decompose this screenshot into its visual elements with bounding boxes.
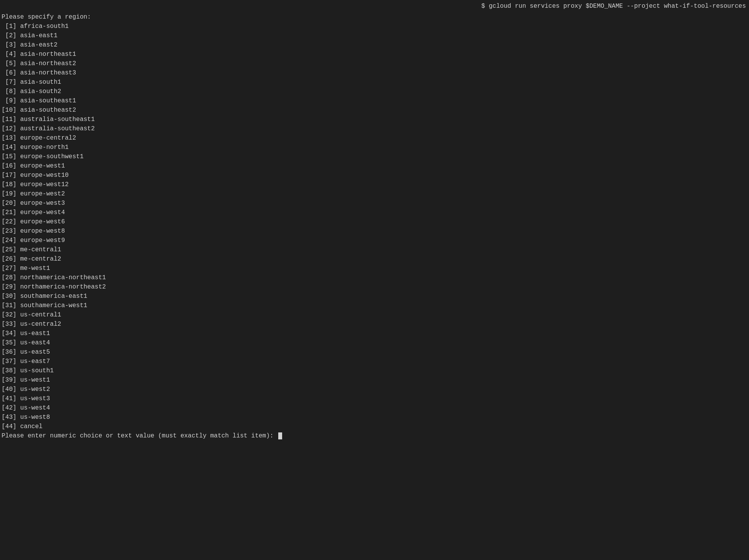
region-item: [13] europe-central2 [2,133,747,143]
region-item: [35] us-east4 [2,338,747,347]
region-item: [4] asia-northeast1 [2,50,747,59]
region-item: [44] cancel [2,422,747,431]
region-item: [41] us-west3 [2,394,747,403]
region-item: [1] africa-south1 [2,22,747,31]
region-item: [29] northamerica-northeast2 [2,282,747,292]
region-item: [3] asia-east2 [2,40,747,50]
region-item: [28] northamerica-northeast1 [2,273,747,282]
region-item: [9] asia-southeast1 [2,96,747,105]
region-item: [15] europe-southwest1 [2,152,747,161]
region-item: [11] australia-southeast1 [2,115,747,124]
region-item: [31] southamerica-west1 [2,301,747,310]
region-item: [25] me-central1 [2,245,747,254]
region-item: [24] europe-west9 [2,236,747,245]
input-line[interactable]: Please enter numeric choice or text valu… [0,431,749,441]
command-line: $ gcloud run services proxy $DEMO_NAME -… [0,0,749,12]
region-item: [6] asia-northeast3 [2,68,747,78]
region-item: [10] asia-southeast2 [2,105,747,115]
region-item: [23] europe-west8 [2,226,747,236]
region-item: [16] europe-west1 [2,161,747,171]
region-item: [20] europe-west3 [2,199,747,208]
region-item: [27] me-west1 [2,264,747,273]
region-item: [26] me-central2 [2,254,747,264]
region-item: [22] europe-west6 [2,217,747,226]
region-list: [1] africa-south1 [2] asia-east1 [3] asi… [0,22,749,431]
region-prompt: Please specify a region: [0,12,749,22]
region-item: [37] us-east7 [2,357,747,366]
region-item: [36] us-east5 [2,347,747,357]
region-item: [39] us-west1 [2,375,747,385]
region-item: [2] asia-east1 [2,31,747,40]
region-item: [33] us-central2 [2,320,747,329]
region-item: [5] asia-northeast2 [2,59,747,68]
region-item: [40] us-west2 [2,385,747,394]
region-item: [18] europe-west12 [2,180,747,189]
region-item: [38] us-south1 [2,366,747,375]
terminal: $ gcloud run services proxy $DEMO_NAME -… [0,0,749,560]
region-item: [32] us-central1 [2,310,747,320]
cursor [278,432,282,439]
region-item: [34] us-east1 [2,329,747,338]
region-item: [17] europe-west10 [2,171,747,180]
region-item: [30] southamerica-east1 [2,292,747,301]
region-item: [8] asia-south2 [2,87,747,96]
region-item: [42] us-west4 [2,403,747,413]
region-item: [12] australia-southeast2 [2,124,747,133]
input-prompt-text: Please enter numeric choice or text valu… [2,431,277,441]
region-item: [14] europe-north1 [2,143,747,152]
region-item: [21] europe-west4 [2,208,747,217]
region-item: [43] us-west8 [2,413,747,422]
region-item: [7] asia-south1 [2,78,747,87]
region-item: [19] europe-west2 [2,189,747,199]
